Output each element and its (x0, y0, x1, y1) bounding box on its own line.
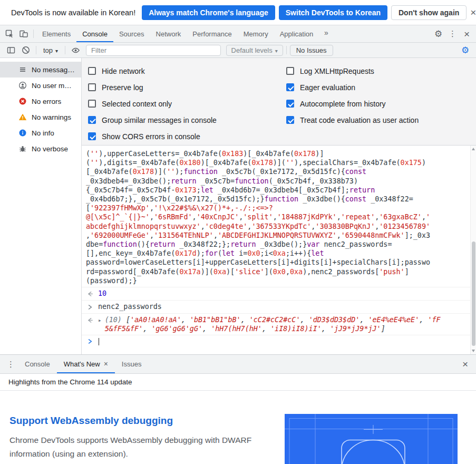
result-value: 10 (98, 289, 106, 298)
context-selector[interactable]: top (40, 46, 62, 54)
scroll-down-icon[interactable] (472, 350, 475, 352)
user-icon (18, 81, 27, 90)
checkbox[interactable] (286, 100, 294, 108)
console-code-line: (10) ['aA0!aA0!aA', 'bB1"bB1"bB', 'cC2#c… (105, 315, 441, 324)
sidebar-item-user-messages[interactable]: No user m… (0, 78, 81, 93)
checkbox-eager-evaluation[interactable]: Eager evaluation (286, 79, 419, 95)
dont-show-again-button[interactable]: Don't show again (391, 5, 467, 20)
console-toolbar: top Default levels No Issues (0, 43, 476, 58)
console-scrollbar[interactable] (470, 146, 476, 354)
checkbox[interactable] (88, 132, 96, 140)
settings-column-left: Hide network Preserve log Selected conte… (88, 63, 286, 145)
tab-memory[interactable]: Memory (238, 25, 274, 42)
drawer-tab-label: Console (25, 360, 50, 368)
checkbox-label: Log XMLHttpRequests (300, 67, 374, 75)
sidebar-item-label: No info (32, 129, 54, 137)
highlights-text: Highlights from the Chrome 114 update (8, 378, 132, 386)
verbose-bug-icon (18, 144, 27, 153)
drawer-tab-issues[interactable]: Issues (115, 355, 149, 373)
checkbox-selected-context-only[interactable]: Selected context only (88, 95, 286, 112)
device-toolbar-icon[interactable] (16, 27, 31, 41)
devtools-window: DevTools is now available in Korean! Alw… (0, 0, 476, 464)
toolbar-separator (286, 46, 287, 54)
issues-counter[interactable]: No Issues (290, 45, 333, 56)
sidebar-item-label: No user m… (32, 82, 72, 90)
tab-console[interactable]: Console (76, 25, 113, 42)
live-expression-eye-icon[interactable] (69, 43, 83, 57)
panel-tabs: Elements Console Sources Network Perform… (36, 25, 333, 42)
expand-array-icon[interactable] (98, 316, 102, 324)
sidebar-item-warnings[interactable]: No warnings (0, 109, 81, 125)
sidebar-item-messages[interactable]: No messag… (0, 62, 81, 78)
checkbox-label: Hide network (102, 67, 145, 75)
console-code-line: abcdefghijklmnopqrstuvwxyz','c0deg4te','… (86, 222, 467, 231)
sidebar-item-label: No messag… (32, 66, 75, 74)
checkbox-hide-network[interactable]: Hide network (88, 63, 286, 79)
checkbox-show-cors-errors[interactable]: Show CORS errors in console (88, 128, 286, 144)
filter-input[interactable] (86, 45, 221, 56)
console-code-line: password=lowerCaseLetters[i]+upperCaseLe… (86, 258, 467, 267)
console-code-line: rd=password[_0x4b7afe(0x17a)](0xa)['slic… (86, 267, 467, 276)
inspect-element-icon[interactable] (2, 27, 16, 41)
checkbox[interactable] (88, 83, 96, 91)
console-result-row: 10 (82, 287, 476, 301)
tab-performance[interactable]: Performance (187, 25, 237, 42)
console-code-line: _0x4bd6b7;},_0x5c7b(_0x1e7172,_0x5d15fc)… (86, 195, 467, 204)
checkbox-preserve-log[interactable]: Preserve log (88, 79, 286, 95)
toolbar-separator (36, 46, 36, 54)
checkbox-treat-evaluation-user-action[interactable]: Treat code evaluation as user action (286, 112, 419, 128)
tab-application[interactable]: Application (274, 25, 319, 42)
checkbox[interactable] (286, 67, 294, 75)
scrollbar-thumb[interactable] (472, 241, 475, 346)
checkbox[interactable] (286, 83, 294, 91)
chevron-down-icon (275, 46, 278, 54)
checkbox-log-xmlhttprequests[interactable]: Log XMLHttpRequests (286, 63, 419, 79)
sidebar-item-errors[interactable]: No errors (0, 93, 81, 109)
checkbox[interactable] (88, 116, 96, 124)
console-code-line: [_0x4b7afe(0x178)]('');function _0x5c7b(… (86, 167, 467, 176)
checkbox-aut ocomplete-history[interactable]: Autocomplete from history (286, 95, 419, 112)
input-echo-text: nenc2_passwords (98, 302, 162, 312)
console-code-line: @[\x5c]^_`{|}~','6sRBmFd','40xCnpJC','sp… (86, 212, 467, 221)
log-levels-dropdown[interactable]: Default levels (226, 45, 283, 56)
sidebar-item-info[interactable]: No info (0, 125, 81, 141)
console-settings-gear-icon[interactable] (458, 43, 472, 57)
console-code-line: ,'692000UMFeGe','131564TEhNLP','ABCDEFGH… (86, 231, 467, 240)
array-preview[interactable]: (10) ['aA0!aA0!aA', 'bB1"bB1"bB', 'cC2#c… (105, 315, 441, 333)
checkbox-label: Autocomplete from history (300, 100, 386, 108)
clear-console-icon[interactable] (18, 43, 33, 57)
scroll-up-icon[interactable] (472, 148, 475, 150)
kebab-menu-icon[interactable] (445, 27, 460, 41)
console-code-line: _0x3dbeb4=_0x3dbe();return _0x5c7b=funct… (86, 177, 467, 186)
drawer-tab-console[interactable]: Console (18, 355, 57, 373)
console-prompt[interactable] (82, 335, 476, 347)
console-sidebar-toggle-icon[interactable] (4, 43, 18, 57)
article-body: Chrome DevTools supports WebAssembly deb… (9, 433, 276, 461)
drawer-close-icon[interactable] (458, 357, 472, 371)
checkbox[interactable] (286, 116, 294, 124)
checkbox-group-similar-messages[interactable]: Group similar messages in console (88, 112, 286, 128)
always-match-language-button[interactable]: Always match Chrome's language (142, 5, 275, 20)
tab-network[interactable]: Network (150, 25, 187, 42)
console-input-echo-row: nenc2_passwords (82, 301, 476, 314)
more-tabs-icon[interactable] (319, 25, 333, 40)
switch-devtools-korean-button[interactable]: Switch DevTools to Korean (279, 5, 387, 20)
close-whats-new-tab-icon[interactable] (104, 360, 108, 368)
drawer-menu-icon[interactable] (4, 357, 18, 371)
checkbox[interactable] (88, 67, 96, 75)
drawer-tab-whats-new[interactable]: What's New (57, 355, 115, 373)
info-icon (18, 129, 27, 137)
tab-elements[interactable]: Elements (36, 25, 76, 42)
language-infobar: DevTools is now available in Korean! Alw… (0, 0, 476, 25)
settings-gear-icon[interactable] (431, 27, 445, 41)
whats-new-highlights-bar: Highlights from the Chrome 114 update (0, 374, 476, 391)
sidebar-item-label: No warnings (32, 113, 71, 121)
sidebar-item-label: No verbose (32, 145, 68, 153)
settings-column-right: Log XMLHttpRequests Eager evaluation Aut… (286, 63, 419, 145)
tab-sources[interactable]: Sources (113, 25, 150, 42)
checkbox[interactable] (88, 100, 96, 108)
devtools-close-icon[interactable] (460, 27, 474, 41)
infobar-close-icon[interactable] (470, 6, 476, 20)
messages-list-icon (18, 65, 27, 74)
sidebar-item-verbose[interactable]: No verbose (0, 141, 81, 157)
